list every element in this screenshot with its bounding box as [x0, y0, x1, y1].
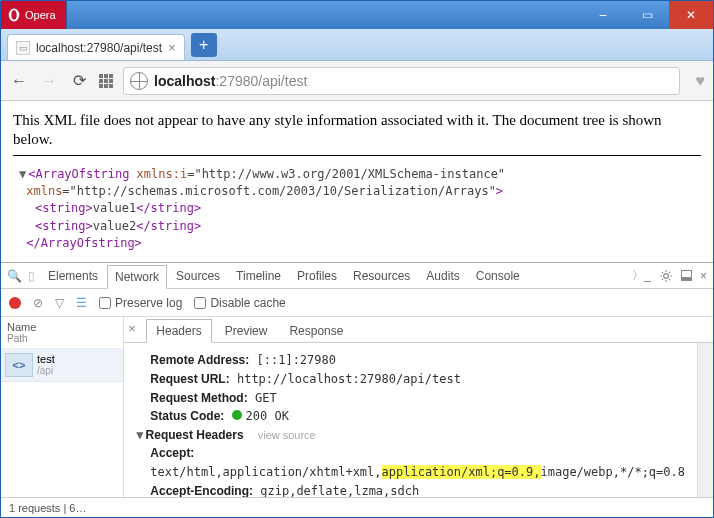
dock-icon[interactable] [681, 270, 692, 281]
request-name: test [37, 353, 55, 365]
devtools-statusbar: 1 requests | 6… [1, 497, 713, 517]
address-bar: ← → ⟳ localhost:27980/api/test ♥ [1, 61, 713, 101]
titlebar: Opera – ▭ ✕ [1, 1, 713, 29]
url-text: localhost:27980/api/test [154, 73, 307, 89]
tab-profiles[interactable]: Profiles [290, 265, 344, 287]
app-name: Opera [25, 9, 56, 21]
globe-icon [130, 72, 148, 90]
collapse-caret-icon[interactable]: ▼ [136, 426, 143, 445]
opera-icon [7, 8, 21, 22]
tab-strip: ▭ localhost:27980/api/test × + [1, 29, 713, 61]
tab-sources[interactable]: Sources [169, 265, 227, 287]
new-tab-button[interactable]: + [191, 33, 217, 57]
detail-tab-preview[interactable]: Preview [216, 320, 277, 342]
forward-button[interactable]: → [39, 72, 59, 90]
svg-point-1 [11, 10, 16, 19]
devtools-close-icon[interactable]: × [700, 269, 707, 283]
highlighted-accept: application/xml;q=0.9, [382, 465, 541, 479]
page-content: This XML file does not appear to have an… [1, 101, 713, 262]
tab-title: localhost:27980/api/test [36, 41, 162, 55]
tab-active[interactable]: ▭ localhost:27980/api/test × [7, 34, 185, 60]
reload-button[interactable]: ⟳ [69, 71, 89, 90]
svg-point-2 [664, 274, 669, 279]
tab-audits[interactable]: Audits [419, 265, 466, 287]
headers-panel: Remote Address: [::1]:27980 Request URL:… [124, 343, 697, 497]
devtools-body: Name Path <> test /api × Headers Preview… [1, 317, 713, 497]
detail-tab-response[interactable]: Response [280, 320, 352, 342]
detail-close-icon[interactable]: × [128, 321, 136, 336]
tab-resources[interactable]: Resources [346, 265, 417, 287]
list-view-icon[interactable]: ☰ [76, 296, 87, 310]
preserve-log-checkbox[interactable]: Preserve log [99, 296, 182, 310]
file-type-icon: <> [5, 353, 33, 377]
expand-caret-icon[interactable]: ▼ [19, 166, 26, 183]
network-toolbar: ⊘ ▽ ☰ Preserve log Disable cache [1, 289, 713, 317]
tab-console[interactable]: Console [469, 265, 527, 287]
devtools-panel: 🔍 ▯ Elements Network Sources Timeline Pr… [1, 262, 713, 517]
app-menu-button[interactable]: Opera [1, 1, 67, 29]
request-detail: × Headers Preview Response Remote Addres… [124, 317, 713, 497]
column-header[interactable]: Name Path [1, 317, 123, 349]
maximize-button[interactable]: ▭ [625, 1, 669, 29]
device-icon[interactable]: ▯ [28, 269, 35, 283]
clear-button[interactable]: ⊘ [33, 296, 43, 310]
tab-timeline[interactable]: Timeline [229, 265, 288, 287]
xml-tree: ▼<ArrayOfstring xmlns:i="http://www.w3.o… [13, 166, 701, 253]
browser-window: Opera – ▭ ✕ ▭ localhost:27980/api/test ×… [0, 0, 714, 518]
page-favicon-icon: ▭ [16, 41, 30, 55]
drawer-toggle-icon[interactable]: 〉_ [632, 267, 651, 284]
disable-cache-checkbox[interactable]: Disable cache [194, 296, 285, 310]
window-buttons: – ▭ ✕ [581, 1, 713, 29]
bookmark-button[interactable]: ♥ [696, 72, 706, 90]
tab-close-icon[interactable]: × [168, 40, 176, 55]
search-icon[interactable]: 🔍 [7, 269, 22, 283]
minimize-button[interactable]: – [581, 1, 625, 29]
xml-notice: This XML file does not appear to have an… [13, 111, 701, 156]
filter-icon[interactable]: ▽ [55, 296, 64, 310]
close-button[interactable]: ✕ [669, 1, 713, 29]
detail-tabs: Headers Preview Response [124, 317, 713, 343]
devtools-tabs: 🔍 ▯ Elements Network Sources Timeline Pr… [1, 263, 713, 289]
scrollbar[interactable] [697, 343, 713, 497]
tab-network[interactable]: Network [107, 265, 167, 289]
view-source-link[interactable]: view source [258, 429, 316, 441]
detail-tab-headers[interactable]: Headers [146, 319, 211, 343]
request-list: Name Path <> test /api [1, 317, 124, 497]
tab-elements[interactable]: Elements [41, 265, 105, 287]
url-input[interactable]: localhost:27980/api/test [123, 67, 680, 95]
speed-dial-button[interactable] [99, 74, 113, 88]
record-button[interactable] [9, 297, 21, 309]
request-row[interactable]: <> test /api [1, 349, 123, 382]
back-button[interactable]: ← [9, 72, 29, 90]
gear-icon[interactable] [659, 269, 673, 283]
request-path: /api [37, 365, 55, 376]
status-dot-icon [232, 410, 242, 420]
